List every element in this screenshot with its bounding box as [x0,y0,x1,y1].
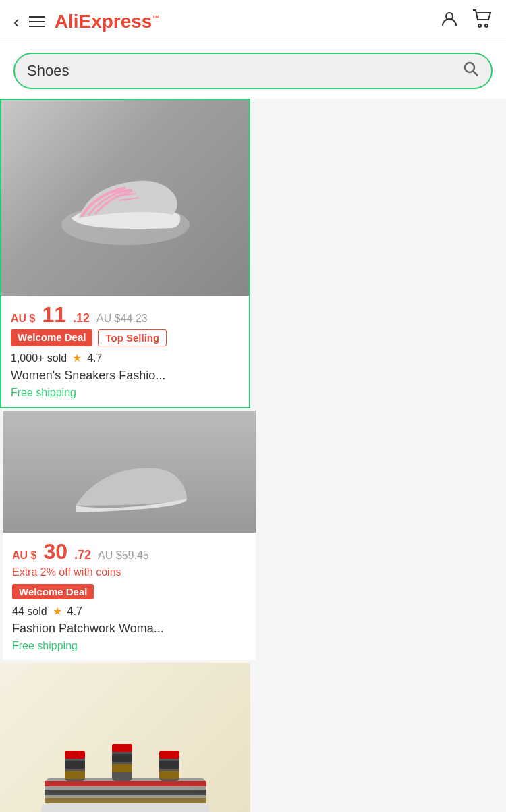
svg-rect-22 [159,751,179,759]
product-card[interactable]: AU $ 30 .72 AU $59.45 Extra 2% off with … [3,411,256,660]
price-decimal: .72 [74,548,91,562]
badges: Welcome Deal [12,584,246,599]
account-icon[interactable] [440,9,459,33]
welcome-deal-badge: Welcome Deal [11,329,92,346]
cart-icon[interactable] [472,9,493,33]
star-icon: ★ [72,352,82,364]
logo-text: Ali [55,11,79,32]
product-grid: AU $ 11 .12 AU $44.23 Welcome Deal Top S… [0,99,506,812]
logo-express: Express [78,11,152,32]
svg-rect-15 [65,761,85,769]
product-image [0,663,250,812]
svg-point-2 [485,24,488,27]
svg-rect-25 [41,803,210,812]
product-title: Fashion Patchwork Woma... [12,622,246,636]
svg-line-4 [474,72,478,76]
svg-rect-23 [159,761,179,769]
rating-value: 4.7 [67,605,82,618]
welcome-deal-badge: Welcome Deal [12,584,94,599]
svg-rect-14 [65,751,85,759]
product-image [1,100,249,296]
badges: Welcome Deal Top Selling [11,329,240,346]
product-card[interactable] [0,663,250,812]
search-input-wrap[interactable] [13,53,493,89]
menu-button[interactable] [29,16,45,27]
product-info: AU $ 30 .72 AU $59.45 Extra 2% off with … [3,533,256,660]
free-shipping: Free shipping [12,640,246,652]
sold-rating: 44 sold ★ 4.7 [12,605,246,618]
svg-rect-16 [65,771,85,779]
app-header: ‹ AliExpress™ [0,0,506,43]
svg-rect-18 [112,744,132,752]
product-image [3,411,256,533]
sold-count: 1,000+ sold [11,352,67,364]
price-original: AU $44.23 [96,313,148,325]
price-row: AU $ 30 .72 AU $59.45 [12,541,246,562]
star-icon: ★ [53,605,62,618]
product-title: Women's Sneakers Fashio... [11,369,240,383]
svg-rect-20 [112,764,132,772]
shoe-pink-image [1,100,249,296]
svg-rect-24 [159,771,179,779]
sold-rating: 1,000+ sold ★ 4.7 [11,352,240,364]
price-row: AU $ 11 .12 AU $44.23 [11,304,240,325]
price-decimal: .12 [73,311,90,325]
sold-count: 44 sold [12,605,47,618]
search-icon[interactable] [463,61,479,81]
price-currency: AU $ [12,549,36,562]
svg-rect-19 [112,754,132,762]
search-input[interactable] [27,62,463,80]
app-logo: AliExpress™ [55,11,430,32]
price-whole: 11 [42,304,66,325]
search-bar [0,43,506,99]
logo-tm: ™ [152,13,160,22]
header-icons [440,9,493,33]
svg-rect-12 [45,798,206,803]
back-button[interactable]: ‹ [13,13,20,30]
price-original: AU $59.45 [98,549,149,562]
free-shipping: Free shipping [11,387,240,399]
price-whole: 30 [43,541,67,562]
price-currency: AU $ [11,313,35,325]
svg-point-3 [465,63,474,72]
product-card[interactable]: AU $ 11 .12 AU $44.23 Welcome Deal Top S… [0,99,250,408]
top-selling-badge: Top Selling [98,329,167,346]
svg-point-1 [478,24,481,27]
svg-rect-10 [45,781,206,786]
extra-discount: Extra 2% off with coins [12,566,246,578]
svg-rect-11 [45,790,206,795]
rating-value: 4.7 [87,352,102,364]
product-info: AU $ 11 .12 AU $44.23 Welcome Deal Top S… [1,296,249,407]
